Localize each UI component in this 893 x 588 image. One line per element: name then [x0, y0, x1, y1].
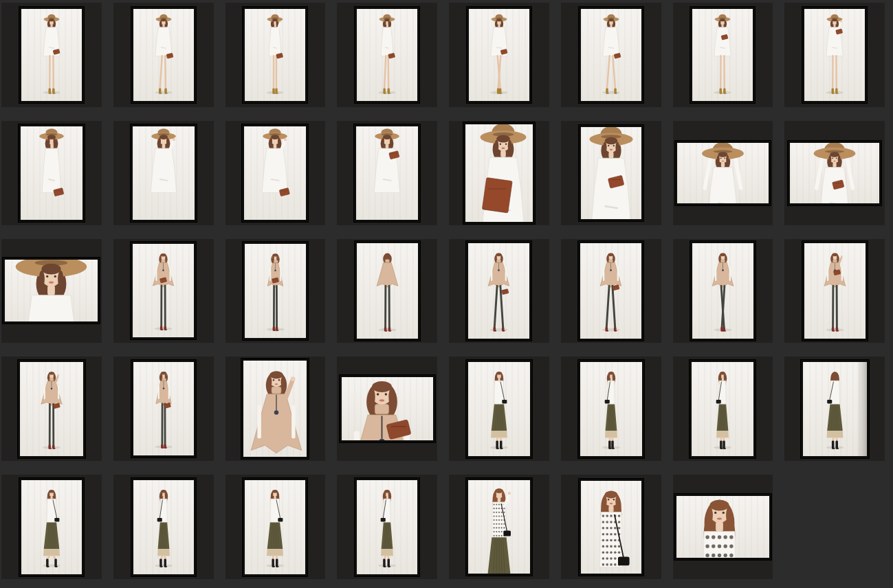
- photo-thumbnail[interactable]: [673, 121, 773, 225]
- photo-image: [355, 478, 419, 576]
- photo-image: [131, 7, 196, 103]
- photo-thumbnail[interactable]: [673, 239, 773, 343]
- photo-image: [466, 241, 531, 341]
- photo-image: [463, 122, 535, 224]
- photo-thumbnail[interactable]: [1, 121, 102, 225]
- photo-thumbnail[interactable]: [449, 3, 549, 107]
- photo-image: [675, 141, 771, 205]
- photo-image: [467, 7, 531, 103]
- photo-thumbnail[interactable]: [1, 3, 102, 107]
- photo-image: [690, 360, 756, 458]
- photo-thumbnail[interactable]: [337, 475, 437, 579]
- photo-image: [801, 360, 869, 458]
- photo-image: [131, 124, 197, 222]
- photo-image: [242, 124, 308, 222]
- photo-thumbnail[interactable]: [225, 357, 326, 461]
- photo-thumbnail[interactable]: [561, 3, 661, 107]
- photo-image: [355, 7, 419, 103]
- photo-thumbnail[interactable]: [113, 121, 214, 225]
- photo-thumbnail[interactable]: [337, 239, 437, 343]
- photo-image: [355, 241, 420, 341]
- photo-image: [466, 360, 532, 458]
- photo-image: [802, 241, 868, 341]
- photo-thumbnail[interactable]: [784, 239, 885, 343]
- photo-thumbnail[interactable]: [113, 357, 214, 461]
- photo-image: [579, 125, 643, 221]
- photo-thumbnail[interactable]: [337, 357, 437, 461]
- photo-thumbnail[interactable]: [449, 475, 549, 579]
- photo-thumbnail[interactable]: [561, 239, 661, 343]
- photo-thumbnail[interactable]: [784, 357, 885, 461]
- photo-thumbnail[interactable]: [1, 475, 102, 579]
- photo-thumbnail[interactable]: [225, 121, 326, 225]
- photo-thumbnail[interactable]: [449, 357, 549, 461]
- photo-image: [241, 359, 309, 459]
- photo-image: [578, 360, 644, 458]
- photo-thumbnail[interactable]: [673, 357, 773, 461]
- photo-thumbnail[interactable]: [784, 121, 885, 225]
- photo-thumbnail[interactable]: [113, 475, 214, 579]
- photo-thumbnail[interactable]: [337, 121, 437, 225]
- photo-thumbnail[interactable]: [449, 121, 549, 225]
- photo-image: [131, 242, 196, 339]
- photo-thumbnail[interactable]: [225, 239, 326, 343]
- photo-image: [131, 478, 196, 576]
- photo-image: [578, 241, 643, 341]
- photo-image: [131, 360, 196, 457]
- photo-thumbnail[interactable]: [561, 121, 661, 225]
- app-window: [0, 0, 893, 588]
- photo-image: [19, 478, 84, 576]
- photo-image: [354, 124, 420, 222]
- photo-image: [579, 479, 643, 576]
- photo-thumbnail[interactable]: [561, 475, 661, 579]
- photo-thumbnail[interactable]: [225, 3, 326, 107]
- photo-image: [690, 7, 755, 103]
- photo-thumbnail[interactable]: [449, 239, 549, 343]
- photo-edge-shadow: [857, 362, 867, 456]
- photo-thumbnail[interactable]: [673, 475, 773, 579]
- photo-image: [466, 478, 532, 576]
- photo-image: [243, 242, 308, 340]
- photo-image: [3, 258, 100, 324]
- photo-image: [243, 478, 307, 576]
- photo-thumbnail[interactable]: [1, 239, 102, 343]
- photo-image: [18, 360, 85, 458]
- photo-thumbnail[interactable]: [673, 3, 773, 107]
- photo-image: [788, 141, 881, 205]
- photo-thumbnail[interactable]: [113, 3, 214, 107]
- photo-image: [243, 7, 307, 103]
- photo-thumbnail[interactable]: [1, 357, 102, 461]
- photo-image: [579, 7, 643, 103]
- photo-thumbnail[interactable]: [337, 3, 437, 107]
- photo-thumbnail[interactable]: [784, 3, 885, 107]
- photo-image: [690, 241, 756, 341]
- photo-thumbnail[interactable]: [225, 475, 326, 579]
- photo-thumbnail[interactable]: [113, 239, 214, 343]
- thumbnail-grid: [0, 0, 893, 588]
- photo-image: [802, 7, 867, 103]
- photo-thumbnail[interactable]: [561, 357, 661, 461]
- photo-image: [674, 494, 771, 560]
- photo-image: [19, 7, 84, 103]
- photo-image: [19, 124, 85, 222]
- photo-image: [340, 375, 435, 442]
